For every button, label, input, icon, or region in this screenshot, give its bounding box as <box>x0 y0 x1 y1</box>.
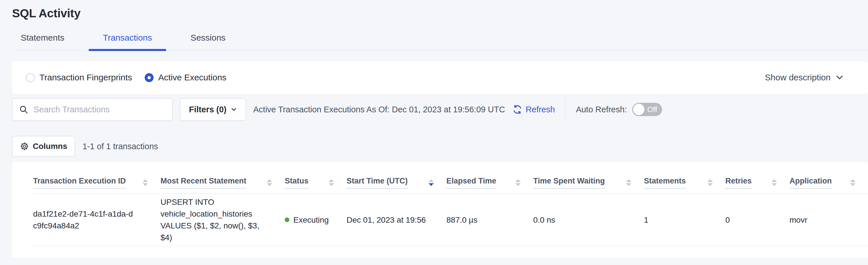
columns-label: Columns <box>33 142 67 151</box>
radio-transaction-fingerprints[interactable]: Transaction Fingerprints <box>26 73 132 82</box>
toggle-state-label: Off <box>647 105 657 114</box>
tab-statements[interactable]: Statements <box>21 33 79 50</box>
cell-time-spent-waiting: 0.0 ns <box>533 214 644 226</box>
sort-icon[interactable] <box>329 179 334 186</box>
auto-refresh-label: Auto Refresh: <box>576 105 627 114</box>
column-header-status[interactable]: Status <box>285 177 347 193</box>
transactions-table: Transaction Execution ID Most Recent Sta… <box>12 162 868 258</box>
search-input[interactable] <box>33 105 172 115</box>
column-header-retries[interactable]: Retries <box>725 177 789 193</box>
column-header-elapsed-time[interactable]: Elapsed Time <box>446 177 533 193</box>
sort-icon[interactable] <box>516 179 521 186</box>
status-executing-dot-icon <box>285 217 289 222</box>
radio-label: Active Executions <box>158 73 226 82</box>
cell-elapsed-time: 887.0 µs <box>446 214 533 226</box>
results-count: 1-1 of 1 transactions <box>83 142 158 151</box>
cell-most-recent-statement: UPSERT INTO vehicle_location_histories V… <box>160 196 285 243</box>
columns-button[interactable]: Columns <box>12 136 75 157</box>
cell-start-time: Dec 01, 2023 at 19:56 <box>347 214 446 226</box>
table-controls: Columns 1-1 of 1 transactions <box>12 136 868 157</box>
column-header-most-recent-statement[interactable]: Most Recent Statement <box>160 177 285 193</box>
cell-status: Executing <box>285 214 347 226</box>
chevron-down-icon <box>835 73 844 82</box>
tab-transactions[interactable]: Transactions <box>89 33 166 50</box>
show-description-label: Show description <box>765 73 831 82</box>
search-box[interactable] <box>12 98 173 121</box>
sort-icon[interactable] <box>267 179 272 186</box>
column-header-application[interactable]: Application <box>789 177 868 193</box>
refresh-label: Refresh <box>526 105 555 114</box>
sort-icon[interactable] <box>143 179 148 186</box>
sort-icon-descending[interactable] <box>429 179 434 186</box>
view-mode-card: Transaction Fingerprints Active Executio… <box>12 61 868 94</box>
search-icon <box>19 105 29 114</box>
cell-application: movr <box>789 214 868 226</box>
page-title: SQL Activity <box>12 6 868 20</box>
table-header-row: Transaction Execution ID Most Recent Sta… <box>33 162 868 193</box>
column-header-statements[interactable]: Statements <box>644 177 725 193</box>
as-of-text: Active Transaction Executions As Of: Dec… <box>253 105 505 114</box>
refresh-icon <box>512 104 523 115</box>
filters-button[interactable]: Filters (0) <box>180 98 246 121</box>
gear-icon <box>20 142 29 151</box>
sort-icon[interactable] <box>708 179 713 186</box>
sort-icon[interactable] <box>626 179 631 186</box>
sort-icon[interactable] <box>772 179 777 186</box>
chevron-down-icon <box>231 106 237 113</box>
tab-sessions[interactable]: Sessions <box>176 33 240 50</box>
filters-label: Filters (0) <box>189 105 227 114</box>
radio-label: Transaction Fingerprints <box>39 73 132 82</box>
status-label: Executing <box>293 214 329 226</box>
toolbar: Filters (0) Active Transaction Execution… <box>12 98 868 121</box>
refresh-button[interactable]: Refresh <box>512 104 555 115</box>
cell-transaction-execution-id[interactable]: da1f21e2-de71-4c1f-a1da-dc9fc94a84a2 <box>33 208 160 232</box>
table-row: da1f21e2-de71-4c1f-a1da-dc9fc94a84a2 UPS… <box>33 193 868 246</box>
column-header-transaction-execution-id[interactable]: Transaction Execution ID <box>33 177 160 193</box>
toggle-knob-icon <box>633 104 645 115</box>
radio-active-executions[interactable]: Active Executions <box>145 73 226 82</box>
column-header-time-spent-waiting[interactable]: Time Spent Waiting <box>533 177 644 193</box>
cell-statements: 1 <box>644 214 725 226</box>
cell-retries: 0 <box>725 214 789 226</box>
sort-icon[interactable] <box>850 179 855 186</box>
column-header-start-time[interactable]: Start Time (UTC) <box>347 177 446 193</box>
show-description-toggle[interactable]: Show description <box>765 73 844 82</box>
radio-unselected-icon[interactable] <box>26 73 35 82</box>
toolbar-divider <box>565 98 565 121</box>
tab-bar: Statements Transactions Sessions <box>12 33 868 50</box>
auto-refresh-toggle[interactable]: Off <box>632 103 662 116</box>
radio-selected-icon[interactable] <box>145 73 154 82</box>
